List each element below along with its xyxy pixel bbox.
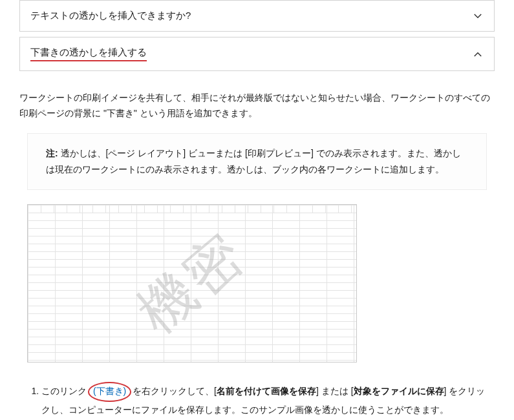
expanded-content: ワークシートの印刷イメージを共有して、相手にそれが最終版ではないと知らせたい場合…	[19, 76, 495, 419]
chevron-down-icon	[472, 10, 484, 22]
save-image-as-label: 名前を付けて画像を保存	[217, 386, 316, 396]
watermark-text: 機密	[122, 216, 262, 351]
link-circle-highlight: (下書き)	[88, 382, 131, 402]
intro-paragraph: ワークシートの印刷イメージを共有して、相手にそれが最終版ではないと知らせたい場合…	[19, 90, 495, 121]
accordion-header-expanded[interactable]: 下書きの透かしを挿入する	[20, 37, 494, 70]
note-label: 注:	[46, 148, 58, 158]
accordion-item-collapsed[interactable]: テキストの透かしを挿入できますか?	[19, 0, 495, 32]
step-1-mid1: を右クリックして、[	[130, 386, 217, 396]
accordion-item-expanded[interactable]: 下書きの透かしを挿入する	[19, 37, 495, 71]
chevron-up-icon	[472, 48, 484, 60]
watermark-sample-image: 機密	[27, 204, 357, 362]
download-draft-link[interactable]: (下書き)	[89, 386, 130, 396]
save-target-as-label: 対象をファイルに保存	[354, 386, 444, 396]
step-1-mid2: ] または [	[316, 386, 354, 396]
accordion-title-collapsed: テキストの透かしを挿入できますか?	[30, 10, 191, 22]
step-1-prefix: このリンク	[41, 386, 89, 396]
accordion-header-collapsed[interactable]: テキストの透かしを挿入できますか?	[20, 1, 494, 31]
note-text: 透かしは、[ページ レイアウト] ビューまたは [印刷プレビュー] でのみ表示さ…	[46, 148, 461, 174]
note-box: 注: 透かしは、[ページ レイアウト] ビューまたは [印刷プレビュー] でのみ…	[27, 133, 487, 190]
accordion-title-expanded: 下書きの透かしを挿入する	[30, 47, 147, 61]
step-list: このリンク (下書き) を右クリックして、[名前を付けて画像を保存] または […	[41, 382, 495, 419]
step-1: このリンク (下書き) を右クリックして、[名前を付けて画像を保存] または […	[41, 382, 495, 419]
